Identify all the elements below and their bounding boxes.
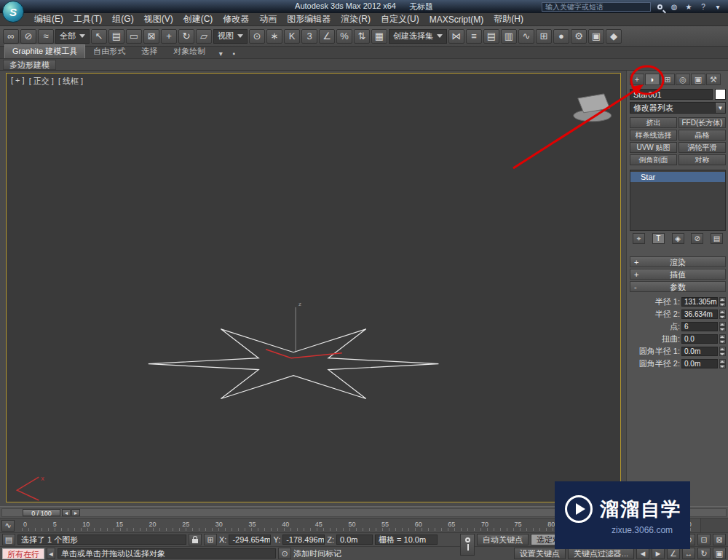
menu-item-4[interactable]: 创建(C) <box>178 13 218 25</box>
viewcube-icon[interactable] <box>574 94 612 122</box>
absolute-mode-toggle-icon[interactable]: ⊞ <box>204 534 217 545</box>
parameter-value-field[interactable]: 0.0m <box>681 359 718 368</box>
parameter-spinner[interactable] <box>719 347 726 356</box>
rollout-parameters[interactable]: - 参数 <box>630 281 726 292</box>
parameter-spinner[interactable] <box>719 334 726 344</box>
maximize-viewport-toggle-icon[interactable]: ▣ <box>713 548 726 559</box>
maxscript-mini-listener[interactable]: 所有在行 <box>2 548 44 559</box>
infocenter-search-input[interactable] <box>542 2 651 12</box>
menu-item-2[interactable]: 组(G) <box>107 13 138 25</box>
unlink-selection-icon[interactable]: ⊘ <box>20 29 36 44</box>
modifier-list-caret-icon[interactable]: ▼ <box>715 103 725 113</box>
rollout-rendering[interactable]: + 渲染 <box>630 256 726 267</box>
select-and-manipulate-icon[interactable]: ∗ <box>266 29 282 44</box>
zoom-region-icon[interactable]: ⊠ <box>713 534 726 545</box>
z-coordinate-field[interactable]: 0.0m <box>336 535 373 545</box>
named-selection-sets-dropdown[interactable]: 创建选择集 <box>389 29 447 44</box>
add-time-tag-clock-icon[interactable]: ⊙ <box>278 548 291 559</box>
viewport[interactable]: [ + ] [ 正交 ] [ 线框 ] z <box>6 73 621 502</box>
align-icon[interactable]: ≡ <box>466 29 482 44</box>
parameter-spinner[interactable] <box>719 297 726 307</box>
time-slider-handle[interactable]: 0 / 100 <box>23 509 60 516</box>
modifier-button-7[interactable]: 对称 <box>678 154 726 165</box>
graphite-ribbon-toggle-icon[interactable]: ▥ <box>501 29 517 44</box>
layer-manager-icon[interactable]: ▤ <box>483 29 499 44</box>
remove-modifier-icon[interactable]: ⊘ <box>691 233 703 244</box>
object-name-field[interactable]: Star001 <box>630 89 713 100</box>
help-dropdown-caret-icon[interactable]: ▾ <box>712 1 724 12</box>
bind-to-space-warp-icon[interactable]: ≈ <box>38 29 54 44</box>
add-time-tag-label[interactable]: 添加时间标记 <box>293 548 341 559</box>
parameter-value-field[interactable]: 131.305m <box>681 297 718 307</box>
ribbon-tab-3[interactable]: 对象绘制 <box>165 44 213 58</box>
rollout-interpolation[interactable]: + 插值 <box>630 269 726 280</box>
motion-tab-icon[interactable]: ◎ <box>676 74 690 85</box>
key-filters-button[interactable]: 关键点过滤器... <box>568 548 634 559</box>
parameter-spinner[interactable] <box>719 309 726 319</box>
spinner-snap-icon[interactable]: ⇅ <box>354 29 370 44</box>
mini-listener-toggle-icon[interactable]: ▤ <box>2 534 15 545</box>
menu-item-0[interactable]: 编辑(E) <box>29 13 68 25</box>
curve-editor-icon[interactable]: ∿ <box>518 29 534 44</box>
select-and-move-icon[interactable]: + <box>161 29 177 44</box>
help-icon[interactable]: ? <box>697 1 709 12</box>
utilities-tab-icon[interactable]: ⚒ <box>706 74 721 85</box>
previous-frame-nub[interactable]: ◂ <box>62 509 71 516</box>
ribbon-subtab-polymodeling[interactable]: 多边形建模 <box>3 60 56 70</box>
display-tab-icon[interactable]: ▣ <box>691 74 705 85</box>
ribbon-tab-2[interactable]: 选择 <box>133 44 165 58</box>
set-key-mode-button[interactable]: 设置关键点 <box>514 548 566 559</box>
keyboard-override-icon[interactable]: K <box>284 29 300 44</box>
modifier-button-0[interactable]: 挤出 <box>630 117 677 128</box>
menu-item-3[interactable]: 视图(V) <box>139 13 178 25</box>
modifier-button-3[interactable]: 晶格 <box>678 130 726 141</box>
pan-view-icon[interactable]: ↔ <box>682 548 695 559</box>
parameter-value-field[interactable]: 36.634m <box>681 309 718 319</box>
pin-stack-icon[interactable]: ⌖ <box>633 233 645 244</box>
listener-scroll-icon[interactable]: ◂ <box>47 548 55 559</box>
next-frame-nub[interactable]: ▸ <box>71 509 80 516</box>
selection-lock-toggle-icon[interactable] <box>189 534 202 545</box>
modifier-button-2[interactable]: 样条线选择 <box>630 130 677 141</box>
create-tab-icon[interactable]: + <box>630 74 644 85</box>
modifier-button-1[interactable]: FFD(长方体) <box>678 117 726 128</box>
modifier-stack[interactable]: Star <box>630 170 726 231</box>
modifier-button-6[interactable]: 倒角剖面 <box>630 154 677 165</box>
select-and-rotate-icon[interactable]: ↻ <box>178 29 194 44</box>
schematic-view-icon[interactable]: ⊞ <box>536 29 552 44</box>
max-logo-icon[interactable]: S <box>2 1 24 23</box>
previous-key-icon[interactable]: ◄ <box>636 548 649 559</box>
menu-item-11[interactable]: 帮助(H) <box>488 13 529 25</box>
menu-item-6[interactable]: 动画 <box>254 13 282 25</box>
viewport-menu-shading[interactable]: [ 线框 ] <box>58 76 83 87</box>
orbit-view-icon[interactable]: ↻ <box>697 548 711 559</box>
edit-named-selection-sets-icon[interactable]: ▦ <box>371 29 387 44</box>
menu-item-5[interactable]: 修改器 <box>218 13 254 25</box>
make-unique-icon[interactable]: ◈ <box>672 233 684 244</box>
select-and-scale-icon[interactable]: ▱ <box>196 29 212 44</box>
parameter-value-field[interactable]: 0.0m <box>681 347 718 356</box>
viewport-menu-general[interactable]: [ + ] <box>11 76 25 87</box>
hierarchy-tab-icon[interactable]: ⊞ <box>660 74 675 85</box>
field-of-view-icon[interactable]: ∠ <box>667 548 680 559</box>
auto-key-button[interactable]: 自动关键点 <box>477 534 529 545</box>
star-spline-object[interactable] <box>149 329 439 399</box>
infocenter-search-icon[interactable] <box>654 1 665 12</box>
favorites-star-icon[interactable]: ★ <box>683 1 695 12</box>
rectangular-region-icon[interactable]: ▭ <box>126 29 142 44</box>
menu-item-8[interactable]: 渲染(R) <box>336 13 376 25</box>
y-coordinate-field[interactable]: -178.496m <box>282 535 325 545</box>
window-crossing-icon[interactable]: ⊠ <box>143 29 159 44</box>
percent-snap-icon[interactable]: % <box>336 29 352 44</box>
parameter-value-field[interactable]: 6 <box>681 322 718 331</box>
ribbon-config-icon[interactable]: ▪ <box>228 48 240 58</box>
parameter-spinner[interactable] <box>719 322 726 331</box>
render-setup-icon[interactable]: ⚙ <box>571 29 587 44</box>
ribbon-minimize-caret-icon[interactable]: ▾ <box>215 48 226 58</box>
ribbon-tab-0[interactable]: Graphite 建模工具 <box>4 44 85 58</box>
modifier-button-4[interactable]: UVW 贴图 <box>630 142 677 153</box>
material-editor-icon[interactable]: ● <box>553 29 569 44</box>
zoom-extents-icon[interactable]: ⊡ <box>697 534 711 545</box>
rendered-frame-window-icon[interactable]: ▣ <box>588 29 604 44</box>
angle-snap-icon[interactable]: ∠ <box>319 29 335 44</box>
